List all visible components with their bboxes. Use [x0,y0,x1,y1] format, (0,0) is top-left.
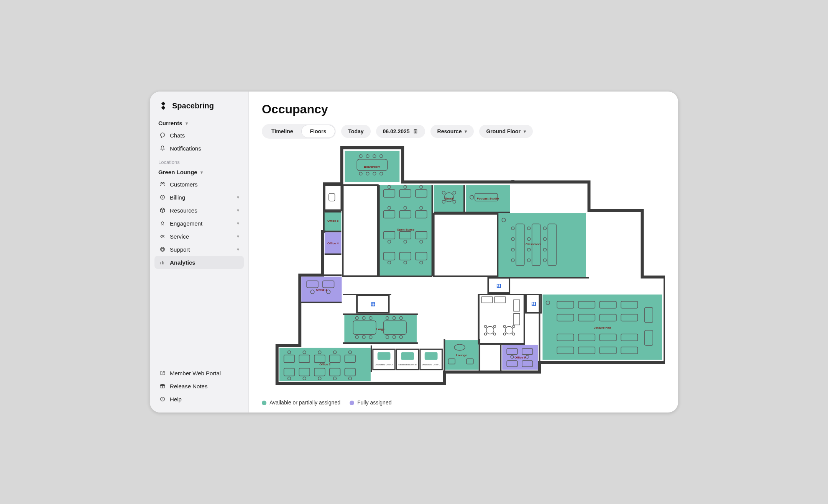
room-small[interactable]: Small [434,185,464,212]
sidebar-item-customers[interactable]: Customers [154,178,244,191]
swatch-full-icon [350,401,354,405]
sidebar-item-service[interactable]: Service ▾ [154,230,244,243]
floor-dropdown[interactable]: Ground Floor ▾ [479,125,532,138]
today-label: Today [348,128,363,134]
sidebar-item-billing[interactable]: S Billing ▾ [154,191,244,204]
users-icon [159,181,166,188]
toolbar: Timeline Floors Today 06.02.2025 🗓 Resou… [262,124,665,139]
sidebar-item-release-notes[interactable]: Release Notes [154,380,244,393]
room-label: Office 2 [319,363,331,366]
brand: Spacebring [154,101,244,118]
sidebar-item-help[interactable]: Help [154,393,244,406]
svg-rect-144 [425,352,438,360]
room-label: Boardroom [364,165,380,169]
sidebar-item-label: Release Notes [170,383,207,389]
date-picker[interactable]: 06.02.2025 🗓 [376,125,425,138]
sidebar-item-label: Billing [170,194,185,201]
svg-rect-65 [498,213,586,277]
chat-icon [159,132,166,139]
chevron-down-icon: ▾ [237,221,239,226]
sidebar-item-label: Chats [170,132,185,139]
desk-label: Dedicated Desk A [375,363,393,366]
today-button[interactable]: Today [341,125,370,138]
bars-icon [159,259,166,266]
room-office-5[interactable]: Office 5 [325,212,342,231]
room-boardroom[interactable]: Boardroom [345,151,399,182]
sidebar-item-resources[interactable]: Resources ▾ [154,204,244,217]
resource-dropdown[interactable]: Resource ▾ [430,125,474,138]
date-value: 06.02.2025 [383,128,410,134]
corridor-a [343,185,378,276]
room-office-2[interactable]: Office 2 [279,348,371,381]
sidebar-item-member-portal[interactable]: Member Web Portal [154,367,244,380]
page-title: Occupancy [262,102,665,116]
svg-rect-0 [161,101,166,106]
room-classroom[interactable]: Classroom [498,213,586,277]
desk-dedicated-c[interactable]: Dedicated Desk C [420,349,442,370]
chevron-down-icon: ▾ [524,129,526,134]
legend-available: Available or partially assigned [262,399,340,406]
room-large[interactable]: Large [344,314,417,343]
svg-text:S: S [162,196,164,199]
sidebar-item-label: Resources [170,207,197,214]
legend-full: Fully assigned [350,399,392,406]
sidebar-item-analytics[interactable]: Analytics [154,256,244,269]
svg-point-2 [161,133,165,137]
sidebar-item-chats[interactable]: Chats [154,129,244,142]
view-segmented-control: Timeline Floors [262,124,336,139]
cube-icon [159,207,166,214]
room-lecture-hall[interactable]: Lecture Hall [542,295,662,360]
sidebar-item-label: Notifications [170,145,201,152]
floor-label: Ground Floor [486,128,520,134]
legend: Available or partially assigned Fully as… [262,396,665,406]
desk-dedicated-a[interactable]: Dedicated Desk A [373,349,395,370]
room-label: Office 5 [327,219,339,223]
sidebar-item-label: Analytics [170,259,196,266]
nav-group-label: Green Lounge [158,169,197,175]
sidebar-item-label: Help [170,396,182,403]
room-label: Lounge [456,353,467,357]
legend-full-label: Fully assigned [357,399,392,406]
restroom-c: 🚻 [357,295,389,313]
floor-plan[interactable]: Boardroom Office 5 Office 4 [262,144,665,396]
room-label: Lecture Hall [594,326,611,329]
tab-floors[interactable]: Floors [302,125,335,137]
sidebar-item-support[interactable]: Support ▾ [154,243,244,256]
room-hallway-a [325,185,342,210]
svg-rect-1 [161,106,166,110]
room-open-space[interactable]: Open Space [379,185,432,276]
tab-timeline[interactable]: Timeline [263,125,302,137]
help-icon [159,396,166,403]
sidebar-item-notifications[interactable]: Notifications [154,142,244,155]
desk-label: Dedicated Desk C [422,363,441,366]
brand-logo-icon [158,101,168,111]
svg-text:🚻: 🚻 [496,283,501,288]
room-office-4[interactable]: Office 4 [325,232,342,254]
currency-icon: S [159,194,166,201]
nav-group-location[interactable]: Green Lounge ▾ [154,167,244,178]
bell-icon [159,145,166,152]
room-office-6[interactable]: Office 6 [502,345,538,370]
chevron-down-icon: ▾ [237,234,239,239]
room-lounge[interactable]: Lounge [444,340,478,370]
calendar-icon: 🗓 [413,128,418,134]
desk-dedicated-b[interactable]: Dedicated Desk B [396,349,419,370]
sidebar-item-label: Support [170,246,190,253]
room-office-1[interactable]: Office 1 [301,277,342,302]
svg-point-3 [161,182,162,184]
restroom-b: 🚻 [526,295,541,313]
room-label: Office 6 [514,356,526,359]
svg-text:🚻: 🚻 [371,302,376,307]
kitchen [479,295,524,344]
svg-text:🚻: 🚻 [531,301,536,306]
room-label: Open Space [397,228,414,231]
room-label: Podcast Studio [477,197,499,200]
locations-label: Locations [154,155,244,167]
room-label: Small [445,197,453,200]
svg-rect-142 [401,352,414,360]
sidebar-item-engagement[interactable]: Engagement ▾ [154,217,244,230]
room-podcast-studio[interactable]: Podcast Studio [466,185,510,212]
main-content: Occupancy Timeline Floors Today 06.02.20… [249,92,678,412]
sidebar-item-label: Member Web Portal [170,370,221,376]
nav-group-currents[interactable]: Currents ▾ [154,118,244,129]
